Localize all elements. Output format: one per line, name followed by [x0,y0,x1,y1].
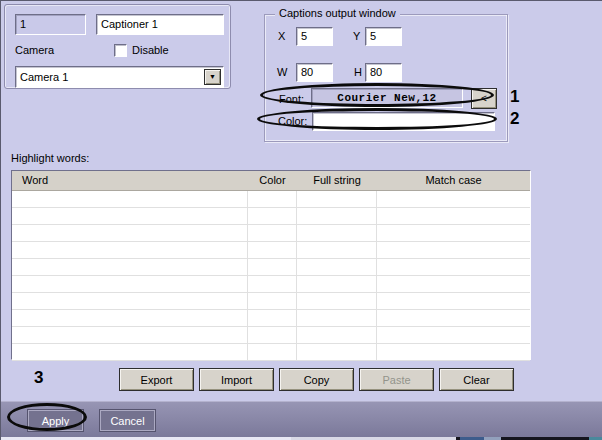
camera-dropdown-button[interactable]: ▼ [204,69,221,85]
table-cell-match [377,276,530,292]
column-header-color[interactable]: Color [248,171,297,190]
captioner-settings-dialog: 1 Captioner 1 Camera Disable Camera 1 ▼ … [0,0,602,440]
h-input[interactable]: 80 [365,63,402,82]
h-label: H [354,66,362,78]
chevron-down-icon: ▼ [209,67,216,87]
table-cell-match [377,208,530,224]
table-cell-color [248,208,297,224]
table-cell-color [248,225,297,241]
x-input[interactable]: 5 [296,27,333,46]
table-cell-color [248,327,297,343]
footer-bar: Apply Cancel [1,401,602,437]
table-cell-full [297,344,377,360]
annotation-number-1: 1 [510,87,519,107]
table-cell-word [12,191,248,207]
table-cell-match [377,310,530,326]
table-cell-match [377,191,530,207]
table-row[interactable] [12,344,530,361]
font-label: Font: [279,93,304,105]
table-cell-full [297,327,377,343]
table-row[interactable] [12,225,530,242]
table-cell-word [12,293,248,309]
table-cell-match [377,293,530,309]
apply-button[interactable]: Apply [28,410,83,431]
table-cell-color [248,259,297,275]
table-row[interactable] [12,191,530,208]
table-body [12,191,530,361]
y-label: Y [353,30,360,42]
table-cell-word [12,327,248,343]
table-row[interactable] [12,276,530,293]
y-input[interactable]: 5 [365,27,402,46]
disable-label: Disable [132,44,169,56]
table-cell-color [248,344,297,360]
name-field[interactable]: Captioner 1 [96,14,224,35]
table-header: Word Color Full string Match case [12,171,530,191]
annotation-number-3: 3 [34,368,43,388]
table-cell-match [377,242,530,258]
table-cell-color [248,276,297,292]
table-cell-full [297,310,377,326]
table-cell-full [297,225,377,241]
table-cell-full [297,276,377,292]
table-cell-match [377,327,530,343]
camera-selected-value: Camera 1 [20,71,68,83]
camera-label: Camera [15,44,54,56]
paste-button: Paste [359,368,434,391]
table-cell-word [12,310,248,326]
color-field[interactable] [312,112,495,131]
table-cell-match [377,344,530,360]
column-header-match-case[interactable]: Match case [377,171,530,190]
highlight-words-table[interactable]: Word Color Full string Match case [11,170,531,360]
table-cell-color [248,191,297,207]
table-cell-full [297,208,377,224]
table-row[interactable] [12,293,530,310]
camera-select[interactable]: Camera 1 ▼ [15,66,224,88]
copy-button[interactable]: Copy [279,368,354,391]
identity-panel: 1 Captioner 1 Camera Disable Camera 1 ▼ [4,4,231,89]
table-cell-color [248,310,297,326]
table-cell-match [377,225,530,241]
column-header-full-string[interactable]: Full string [297,171,377,190]
table-cell-word [12,344,248,360]
x-label: X [278,30,285,42]
font-field: Courier New,12 [311,88,463,108]
table-cell-full [297,259,377,275]
table-cell-color [248,293,297,309]
table-cell-word [12,225,248,241]
table-row[interactable] [12,310,530,327]
annotation-number-2: 2 [510,109,519,129]
id-field: 1 [15,14,86,35]
table-cell-match [377,259,530,275]
w-label: W [277,66,287,78]
cancel-button[interactable]: Cancel [100,410,155,431]
table-cell-word [12,242,248,258]
export-button[interactable]: Export [119,368,194,391]
w-input[interactable]: 80 [296,63,333,82]
table-row[interactable] [12,259,530,276]
table-row[interactable] [12,208,530,225]
color-label: Color: [278,115,307,127]
table-cell-full [297,242,377,258]
table-cell-word [12,208,248,224]
table-cell-full [297,191,377,207]
import-button[interactable]: Import [199,368,274,391]
captions-group-title: Captions output window [275,7,400,19]
table-cell-word [12,276,248,292]
highlight-words-label: Highlight words: [11,152,89,164]
font-picker-button[interactable]: < [471,88,497,109]
disable-checkbox[interactable] [114,44,127,57]
clear-button[interactable]: Clear [439,368,514,391]
captions-output-group: Captions output window X 5 Y 5 W 80 H 80… [264,14,508,142]
table-row[interactable] [12,242,530,259]
table-cell-word [12,259,248,275]
table-cell-color [248,242,297,258]
table-row[interactable] [12,327,530,344]
table-cell-full [297,293,377,309]
column-header-word[interactable]: Word [12,171,248,190]
